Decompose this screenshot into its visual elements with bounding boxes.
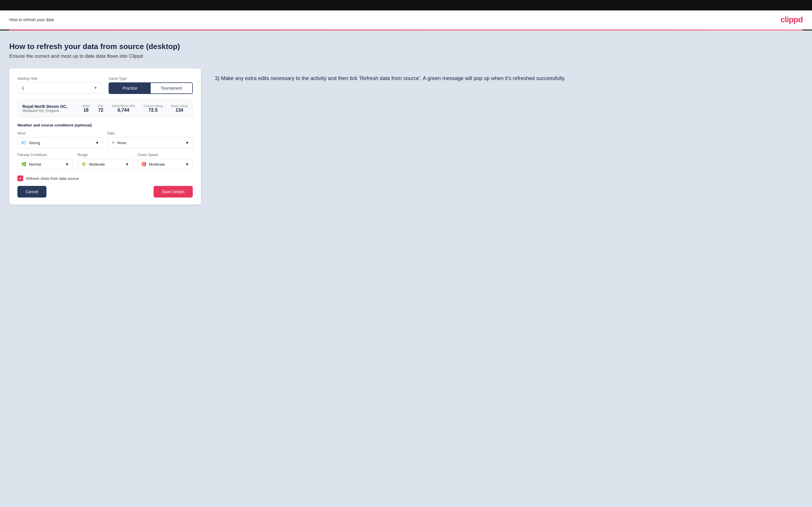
green-speed-select[interactable]: 🎯 Moderate ▼ [137,159,193,170]
course-rating-value: 72.5 [149,108,158,113]
game-type-group: Game Type Practice Tournament [109,76,193,94]
holes-label: Holes [82,104,90,108]
rain-select[interactable]: ☀ None ▼ [107,137,193,148]
top-bar [0,0,812,10]
course-stats: Holes 18 Par 72 Yards/White (M)) 6,744 [82,104,188,113]
game-type-buttons: Practice Tournament [109,82,193,94]
slope-rating-stat: Slope rating 134 [171,104,188,113]
starting-hole-group: Starting Hole 1 ▼ [17,76,102,94]
fairway-icon: 🌿 [21,162,27,167]
refresh-row: Refresh shots from data source [17,175,193,181]
rain-group: Rain ☀ None ▼ [107,131,193,148]
rough-label: Rough [78,153,133,157]
rain-icon: ☀ [111,140,115,145]
course-rating-stat: Course rating 72.5 [143,104,163,113]
refresh-label: Refresh shots from data source [26,176,79,181]
tournament-button[interactable]: Tournament [151,83,192,94]
rough-chevron: ▼ [125,162,129,167]
main-content: How to refresh your data from source (de… [0,31,812,503]
green-speed-group: Green Speed 🎯 Moderate ▼ [137,153,193,170]
fairway-value: Normal [29,162,41,167]
wind-rain-row: Wind 💨 Strong ▼ Rain [17,131,193,148]
slope-rating-label: Slope rating [171,104,188,108]
fairway-select-inner: 🌿 Normal [21,162,41,167]
wind-group: Wind 💨 Strong ▼ [17,131,103,148]
par-value: 72 [98,108,103,113]
footer: Copyright Clippd 2022 [0,503,812,507]
cancel-button[interactable]: Cancel [17,186,46,198]
rain-select-inner: ☀ None [111,140,126,145]
content-area: Starting Hole 1 ▼ Game Type Practice Tou… [9,68,803,205]
fairway-chevron: ▼ [65,162,69,167]
rough-icon: 🌾 [81,162,87,167]
fairway-row: Fairway Conditions 🌿 Normal ▼ Rough [17,153,193,170]
green-speed-icon: 🎯 [141,162,147,167]
course-name: Royal North Devon GC, [22,104,67,109]
starting-hole-chevron: ▼ [94,86,97,90]
yards-stat: Yards/White (M)) 6,744 [111,104,135,113]
header-title: How to refresh your data [9,17,54,22]
wind-select-inner: 💨 Strong [21,140,40,145]
course-rating-label: Course rating [143,104,163,108]
par-label: Par [98,104,103,108]
wind-label: Wind [17,131,103,135]
practice-button[interactable]: Practice [109,83,151,94]
wind-chevron: ▼ [95,141,99,145]
rain-chevron: ▼ [185,141,189,145]
refresh-checkbox[interactable] [17,175,23,181]
course-info: Royal North Devon GC, Westward Ho!, Engl… [22,104,67,113]
instruction-text: 3) Make any extra edits necessary to the… [215,74,803,83]
conditions-title: Weather and course conditions (optional) [17,123,193,127]
green-speed-chevron: ▼ [185,162,189,167]
rough-select[interactable]: 🌾 Moderate ▼ [78,159,133,170]
form-panel: Starting Hole 1 ▼ Game Type Practice Tou… [9,68,201,205]
game-type-label: Game Type [109,76,193,80]
holes-value: 18 [83,108,89,113]
slope-rating-value: 134 [175,108,183,113]
green-speed-value: Moderate [149,162,165,167]
page-subheading: Ensure the correct and most up to date d… [9,53,803,59]
wind-select[interactable]: 💨 Strong ▼ [17,137,103,148]
form-inner: Starting Hole 1 ▼ Game Type Practice Tou… [9,68,201,205]
rough-group: Rough 🌾 Moderate ▼ [78,153,133,170]
par-stat: Par 72 [98,104,103,113]
starting-hole-select[interactable]: 1 ▼ [17,82,102,94]
green-speed-label: Green Speed [137,153,193,157]
fairway-group: Fairway Conditions 🌿 Normal ▼ [17,153,73,170]
top-form-row: Starting Hole 1 ▼ Game Type Practice Tou… [17,76,193,94]
rain-label: Rain [107,131,193,135]
wind-icon: 💨 [21,140,27,145]
starting-hole-label: Starting Hole [17,76,102,80]
holes-stat: Holes 18 [82,104,90,113]
form-actions: Cancel Save Details [17,186,193,198]
starting-hole-value: 1 [22,86,24,90]
course-row: Royal North Devon GC, Westward Ho!, Engl… [17,100,193,117]
course-location: Westward Ho!, England [22,109,67,113]
fairway-select[interactable]: 🌿 Normal ▼ [17,159,73,170]
yards-label: Yards/White (M)) [111,104,135,108]
header: How to refresh your data clippd [0,10,812,30]
rough-value: Moderate [89,162,105,167]
green-speed-select-inner: 🎯 Moderate [141,162,165,167]
right-panel: 3) Make any extra edits necessary to the… [215,68,803,83]
yards-value: 6,744 [117,108,129,113]
fairway-label: Fairway Conditions [17,153,73,157]
rain-value: None [117,141,126,145]
logo: clippd [781,15,803,24]
page-heading: How to refresh your data from source (de… [9,42,803,51]
rough-select-inner: 🌾 Moderate [81,162,105,167]
save-button[interactable]: Save Details [154,186,193,198]
wind-value: Strong [29,141,40,145]
